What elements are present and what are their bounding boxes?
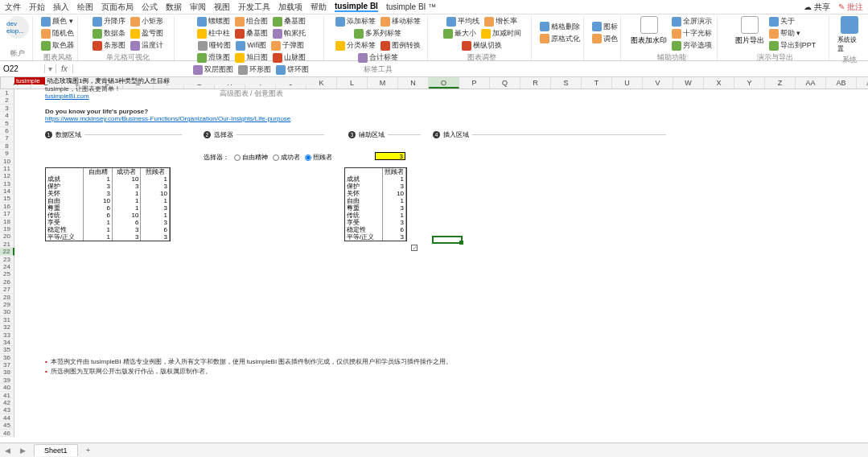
menu-file[interactable]: 文件 — [5, 2, 21, 13]
ribbon-btn[interactable]: 帮助 ▾ — [769, 28, 801, 39]
row-header[interactable]: 23 — [0, 256, 14, 263]
ribbon-btn[interactable]: 平均线 — [446, 16, 479, 27]
row-header[interactable]: 19 — [0, 225, 14, 233]
winloss-button[interactable]: 盈亏图 — [130, 28, 163, 39]
menu-formula[interactable]: 公式 — [142, 2, 158, 13]
row-header[interactable]: 3 — [0, 105, 14, 112]
menu-view[interactable]: 视图 — [214, 2, 230, 13]
row-header[interactable]: 5 — [0, 120, 14, 127]
ribbon-btn[interactable]: 原格式化 — [540, 34, 580, 44]
row-header[interactable]: 34 — [0, 339, 14, 346]
sort-button[interactable]: 升降序 — [93, 16, 125, 27]
row-header[interactable]: 41 — [0, 392, 14, 399]
row-header[interactable]: 42 — [0, 399, 14, 406]
ribbon-btn[interactable]: 图例转换 — [381, 40, 421, 51]
ribbon-btn[interactable]: 加减时间 — [481, 28, 521, 39]
watermark-button[interactable]: 图表加水印 — [631, 16, 667, 46]
sheet-nav-next[interactable]: ▶ — [15, 447, 31, 455]
row-header[interactable]: 43 — [0, 406, 14, 414]
row-header[interactable]: 27 — [0, 286, 14, 293]
menu-tusimple-bi[interactable]: tusimple BI — [335, 2, 378, 12]
ribbon-btn[interactable]: 穷举选项 — [672, 40, 712, 51]
row-header[interactable]: 13 — [0, 180, 14, 187]
ribbon-btn[interactable]: 饼环图 — [276, 64, 309, 75]
ribbon-btn[interactable]: 子弹图 — [271, 40, 304, 51]
row-header[interactable]: 1 — [0, 89, 14, 97]
cells-area[interactable]: tusimple 动态玫瑰图1例，麦肯锡3种类型的人生目标 tusimple，让… — [14, 77, 868, 443]
row-header[interactable]: 11 — [0, 165, 14, 172]
row-header[interactable]: 40 — [0, 384, 14, 391]
ribbon-btn[interactable]: 双层图图 — [193, 64, 233, 75]
ribbon-btn[interactable]: 多系列标签 — [354, 28, 401, 39]
sheet-add-button[interactable]: ＋ — [78, 445, 98, 455]
namebox-dropdown[interactable]: ▾ — [45, 64, 56, 73]
row-header[interactable]: 20 — [0, 233, 14, 240]
row-header[interactable]: 14 — [0, 187, 14, 195]
row-header[interactable]: 28 — [0, 294, 14, 301]
menu-layout[interactable]: 页面布局 — [101, 2, 134, 13]
row-header[interactable]: 4 — [0, 112, 14, 119]
row-header[interactable]: 22 — [0, 248, 14, 255]
ribbon-btn[interactable]: 最大小 — [443, 28, 476, 39]
ribbon-btn[interactable]: 十字光标 — [672, 28, 712, 39]
row-header[interactable]: 24 — [0, 263, 14, 270]
ribbon-btn[interactable]: 导出到PPT — [769, 40, 817, 51]
ribbon-btn[interactable]: 合计标签 — [358, 52, 398, 63]
radio-option-1[interactable]: 自由精神 — [234, 153, 268, 162]
row-header[interactable]: 37 — [0, 361, 14, 368]
ribbon-btn[interactable]: 环形图 — [238, 64, 271, 75]
row-header[interactable]: 46 — [0, 430, 14, 437]
ribbon-btn[interactable]: 添加标签 — [335, 16, 376, 27]
ribbon-btn[interactable]: 帕累托 — [273, 28, 306, 39]
radio-option-3[interactable]: 照顾者 — [305, 153, 332, 162]
ribbon-btn[interactable]: 滑珠图 — [197, 52, 230, 63]
row-header[interactable]: 12 — [0, 172, 14, 179]
row-header[interactable]: 15 — [0, 195, 14, 202]
ribbon-btn[interactable]: 山脉图 — [273, 52, 306, 63]
ribbon-btn[interactable]: 精格删除 — [540, 22, 580, 32]
comment-button[interactable]: ✎ 批注 — [838, 2, 863, 13]
color-button[interactable]: 颜色 ▾ — [41, 16, 73, 27]
object-handle[interactable]: ⤢ — [411, 245, 418, 251]
ribbon-btn[interactable]: 桑基图 — [235, 28, 268, 39]
row-header[interactable]: 44 — [0, 414, 14, 422]
menu-review[interactable]: 审阅 — [190, 2, 206, 13]
row-header[interactable]: 26 — [0, 278, 14, 286]
link-tusimplebi[interactable]: tusimpleBI.com — [45, 93, 89, 100]
row-header[interactable]: 17 — [0, 210, 14, 217]
ribbon-btn[interactable]: 组合图 — [235, 16, 268, 27]
menu-tusimple-bi-tm[interactable]: tusimple BI ™ — [386, 2, 436, 11]
row-header[interactable]: 29 — [0, 301, 14, 308]
avatar[interactable]: dev elop... — [6, 16, 29, 39]
row-header[interactable]: 33 — [0, 331, 14, 339]
radio-option-2[interactable]: 成功者 — [273, 153, 300, 162]
menu-help[interactable]: 帮助 — [311, 2, 327, 13]
row-header[interactable]: 10 — [0, 158, 14, 165]
name-box[interactable]: O22 — [0, 64, 45, 73]
row-header[interactable]: 9 — [0, 150, 14, 157]
row-header[interactable]: 30 — [0, 308, 14, 315]
ribbon-btn[interactable]: 螺螺图 — [197, 16, 230, 27]
row-header[interactable]: 39 — [0, 377, 14, 384]
bar-mini-button[interactable]: 条形图 — [93, 40, 125, 51]
row-header[interactable]: 38 — [0, 368, 14, 376]
row-header[interactable]: 16 — [0, 203, 14, 210]
random-color-button[interactable]: 随机色 — [41, 28, 74, 39]
small-rect-button[interactable]: 小矩形 — [130, 16, 163, 27]
row-header[interactable]: 18 — [0, 218, 14, 225]
row-header[interactable]: 31 — [0, 316, 14, 323]
row-header[interactable]: 35 — [0, 346, 14, 353]
ribbon-btn[interactable]: 旭日图 — [235, 52, 268, 63]
ribbon-btn[interactable]: 柱中柱 — [197, 28, 230, 39]
ribbon-btn[interactable]: 全屏演示 — [672, 16, 712, 27]
eyedropper-button[interactable]: 取色器 — [41, 40, 74, 51]
ribbon-btn[interactable]: 调色 — [592, 34, 618, 44]
row-header[interactable]: 36 — [0, 354, 14, 361]
row-header[interactable]: 25 — [0, 270, 14, 278]
ribbon-btn[interactable]: 增长率 — [484, 16, 517, 27]
sheet-nav-prev[interactable]: ◀ — [0, 447, 15, 455]
thermo-button[interactable]: 温度计 — [130, 40, 163, 51]
menu-data[interactable]: 数据 — [166, 2, 182, 13]
active-cell-selection[interactable] — [432, 236, 463, 244]
row-header[interactable]: 6 — [0, 127, 14, 134]
